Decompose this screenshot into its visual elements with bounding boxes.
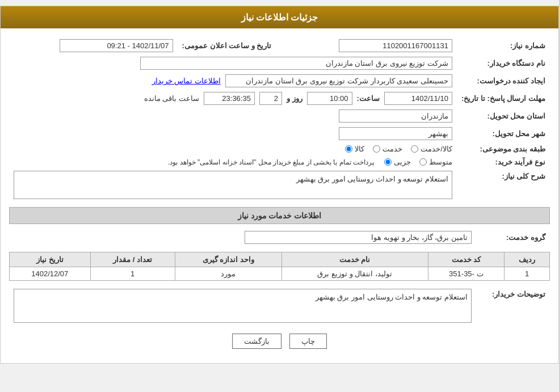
buyer-notes-value: استعلام توسعه و احداث روستایی امور برق ب… xyxy=(9,286,476,325)
radio-jozii-input[interactable] xyxy=(384,158,392,166)
main-container: جزئیات اطلاعات نیاز شماره نیاز: 11020011… xyxy=(0,6,559,364)
col-header-service-name: نام خدمت xyxy=(281,252,428,267)
radio-motavasset: متوسط xyxy=(419,158,452,166)
city-box: بهشهر xyxy=(339,127,452,140)
send-deadline-value: 1402/11/10 ساعت: 10:00 روز و 2 23:36:35 … xyxy=(9,90,457,107)
need-desc-value: استعلام توسعه و احداث روستایی امور برق ب… xyxy=(9,168,457,201)
need-number-value: 1102001167001131 xyxy=(288,37,457,54)
send-deadline-label: مهلت ارسال پاسخ: تا تاریخ: xyxy=(457,90,550,107)
radio-kala: کالا xyxy=(345,145,364,153)
service-group-value: تامین برق، گاز، بخار و تهویه هوا xyxy=(9,229,476,246)
table-row: 1ت -35-351تولید، انتقال و توزیع برقمورد1… xyxy=(10,267,550,281)
radio-kala-khedmat-label: کالا/خدمت xyxy=(421,145,452,153)
table-cell-5: 1402/12/07 xyxy=(10,267,91,281)
purchase-note: پرداخت تمام یا بخشی از مبلغ خریداز محل "… xyxy=(168,158,374,166)
service-group-label: گروه خدمت: xyxy=(476,229,550,246)
page-title: جزئیات اطلاعات نیاز xyxy=(241,12,318,22)
category-label: طبقه بندی موضوعی: xyxy=(457,142,550,155)
table-cell-0: 1 xyxy=(505,267,550,281)
radio-jozii: جزیی xyxy=(384,158,411,166)
need-desc-label: شرح کلی نیاز: xyxy=(457,168,550,201)
announce-datetime-label: تاریخ و ساعت اعلان عمومی: xyxy=(178,37,289,54)
need-number-label: شماره نیاز: xyxy=(457,37,550,54)
radio-kala-khedmat-input[interactable] xyxy=(411,145,418,153)
announce-datetime-value: 1402/11/07 - 09:21 xyxy=(9,37,178,54)
purchase-type-options: متوسط جزیی پرداخت تمام یا بخشی از مبلغ خ… xyxy=(9,155,457,168)
print-button[interactable]: چاپ xyxy=(289,334,327,349)
buyer-org-value: شرکت توزیع نیروی برق استان مازندران xyxy=(9,54,457,72)
need-desc-box: استعلام توسعه و احداث روستایی امور برق ب… xyxy=(14,171,452,199)
city-label: شهر محل تحویل: xyxy=(457,125,550,142)
service-group-table: گروه خدمت: تامین برق، گاز، بخار و تهویه … xyxy=(9,229,550,246)
send-remaining-box: 23:36:35 xyxy=(204,92,255,105)
send-time-label: ساعت: xyxy=(357,94,380,103)
radio-khedmat: خدمت xyxy=(373,145,402,153)
send-remaining-label: ساعت باقی مانده xyxy=(144,94,199,103)
announce-datetime-box: 1402/11/07 - 09:21 xyxy=(60,39,173,52)
send-date-box: 1402/11/10 xyxy=(384,92,452,105)
send-days-box: 2 xyxy=(259,92,282,105)
province-label: استان محل تحویل: xyxy=(457,107,550,125)
contact-link[interactable]: اطلاعات تماس خریدار xyxy=(152,77,221,85)
radio-jozii-label: جزیی xyxy=(394,158,411,166)
content-area: شماره نیاز: 1102001167001131 تاریخ و ساع… xyxy=(1,28,558,363)
buyer-org-box: شرکت توزیع نیروی برق استان مازندران xyxy=(140,57,452,70)
col-header-row: ردیف xyxy=(505,252,550,267)
requester-label: ایجاد کننده درخواست: xyxy=(457,72,550,90)
radio-motavasset-label: متوسط xyxy=(429,158,452,166)
radio-kala-input[interactable] xyxy=(345,145,352,153)
col-header-quantity: تعداد / مقدار xyxy=(90,252,175,267)
radio-kala-khedmat: کالا/خدمت xyxy=(411,145,452,153)
requester-value: حسینعلی سعیدی کاربردار شرکت توزیع نیروی … xyxy=(9,72,457,90)
table-cell-3: مورد xyxy=(175,267,281,281)
services-table: ردیف کد خدمت نام خدمت واحد اندازه گیری ت… xyxy=(9,252,550,281)
service-group-box: تامین برق، گاز، بخار و تهویه هوا xyxy=(245,231,472,244)
table-cell-4: 1 xyxy=(90,267,175,281)
back-button[interactable]: بازگشت xyxy=(232,334,281,349)
need-number-box: 1102001167001131 xyxy=(339,39,452,52)
info-table: شماره نیاز: 1102001167001131 تاریخ و ساع… xyxy=(9,37,550,201)
requester-box: حسینعلی سعیدی کاربردار شرکت توزیع نیروی … xyxy=(225,74,452,87)
send-time-box: 10:00 xyxy=(307,92,352,105)
buyer-org-label: نام دستگاه خریدار: xyxy=(457,54,550,72)
buyer-notes-table: توضیحات خریدار: استعلام توسعه و احداث رو… xyxy=(9,286,550,325)
radio-khedmat-input[interactable] xyxy=(373,145,380,153)
table-cell-1: ت -35-351 xyxy=(428,267,505,281)
radio-motavasset-input[interactable] xyxy=(419,158,427,166)
buyer-notes-box: استعلام توسعه و احداث روستایی امور برق ب… xyxy=(14,289,472,323)
button-row: چاپ بازگشت xyxy=(9,334,550,349)
col-header-unit: واحد اندازه گیری xyxy=(175,252,281,267)
province-value: مازندران xyxy=(9,107,457,125)
send-days-label: روز و xyxy=(287,94,302,103)
radio-khedmat-label: خدمت xyxy=(383,145,402,153)
purchase-type-label: نوع فرآیند خرید: xyxy=(457,155,550,168)
category-options: کالا/خدمت خدمت کالا xyxy=(9,142,457,155)
radio-kala-label: کالا xyxy=(355,145,364,153)
buyer-notes-label: توضیحات خریدار: xyxy=(476,286,550,325)
col-header-service-code: کد خدمت xyxy=(428,252,505,267)
city-value: بهشهر xyxy=(9,125,457,142)
province-box: مازندران xyxy=(339,109,452,123)
page-header: جزئیات اطلاعات نیاز xyxy=(1,6,558,28)
table-cell-2: تولید، انتقال و توزیع برق xyxy=(281,267,428,281)
col-header-date: تاریخ نیاز xyxy=(10,252,91,267)
services-section-header: اطلاعات خدمات مورد نیاز xyxy=(9,207,550,224)
